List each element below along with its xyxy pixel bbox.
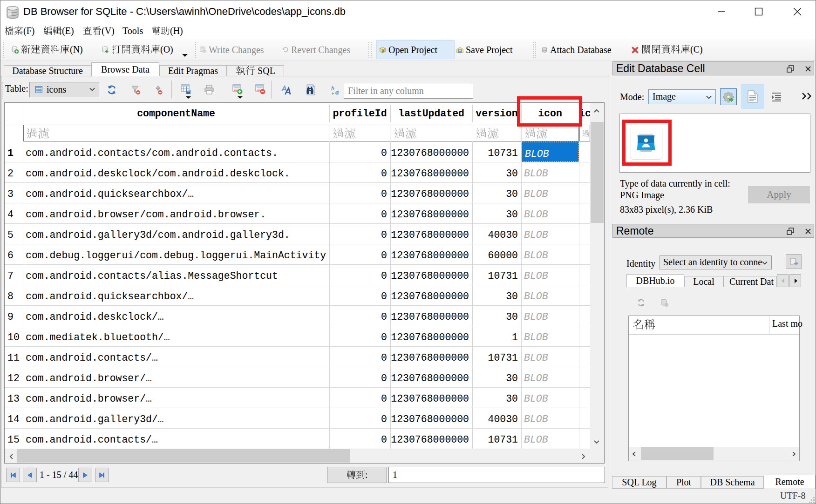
svg-text:b: b [331, 85, 334, 92]
svg-text:a: a [335, 88, 339, 96]
